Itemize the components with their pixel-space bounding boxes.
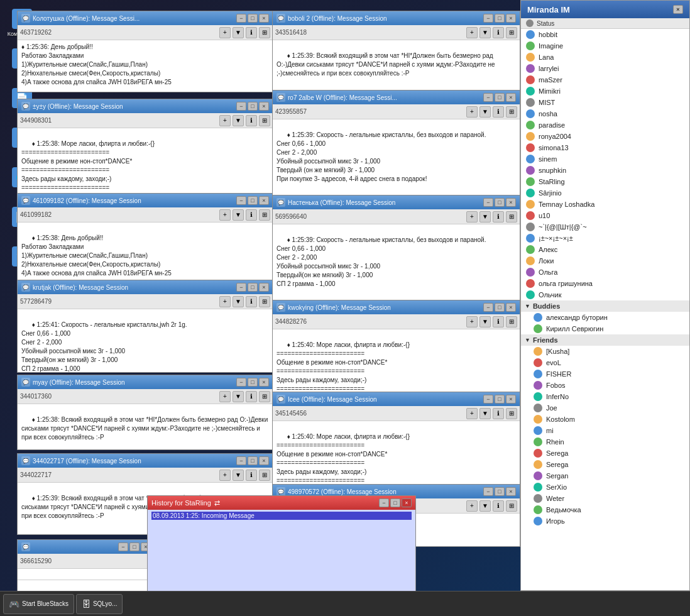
- contact-paradise[interactable]: paradise: [521, 119, 689, 131]
- maximize-kolotushka[interactable]: □: [248, 14, 258, 23]
- titlebar-344022717[interactable]: 💬 344022717 (Offline): Message Session −…: [18, 454, 273, 468]
- arrow-btn-kwokying[interactable]: ▼: [479, 316, 491, 327]
- arrow-btn-kolotushka[interactable]: ▼: [233, 27, 244, 38]
- titlebar-kwokying[interactable]: 💬 kwokying (Offline): Message Session − …: [273, 300, 520, 314]
- close-krutjak[interactable]: ×: [259, 283, 269, 292]
- titlebar-ro7[interactable]: 💬 ro7 2albe W (Offline): Message Sessi..…: [273, 91, 520, 104]
- taskbar-bluestacks[interactable]: 🎮 Start BlueStacks: [3, 594, 74, 614]
- add-btn-498970572[interactable]: +: [466, 500, 478, 512]
- add-btn-kwokying[interactable]: +: [466, 316, 478, 327]
- minimize-461099182[interactable]: −: [236, 196, 246, 205]
- contact-mimikri[interactable]: Mimikri: [521, 85, 689, 97]
- contact-vedmochka[interactable]: Ведьмочка: [521, 504, 689, 515]
- group-buddies[interactable]: ▼ Buddies: [521, 300, 689, 312]
- close-myay[interactable]: ×: [259, 378, 269, 387]
- minimize-344022717[interactable]: −: [236, 456, 246, 465]
- info-btn-myay[interactable]: ℹ: [246, 391, 257, 402]
- taskbar-sqlyog[interactable]: 🗄 SQLyo...: [76, 594, 123, 614]
- arrow-btn-ro7[interactable]: ▼: [479, 106, 491, 118]
- contact-special1[interactable]: ~`|{@|[Шт|{@`~: [521, 221, 689, 233]
- maximize-unknown1[interactable]: □: [129, 542, 140, 551]
- contact-olchik[interactable]: Ольчик: [521, 289, 689, 300]
- contact-weter[interactable]: Weter: [521, 493, 689, 504]
- contact-imagine[interactable]: Imagine: [521, 40, 689, 52]
- close-461099182[interactable]: ×: [259, 196, 269, 205]
- group-friends[interactable]: ▼ Friends: [521, 334, 689, 346]
- arrow-btn-yty[interactable]: ▼: [233, 115, 244, 126]
- titlebar-461099182[interactable]: 💬 461099182 (Offline): Message Session −…: [18, 194, 273, 207]
- contact-serega2[interactable]: Serega: [521, 459, 689, 470]
- contact-ronya2004[interactable]: ronya2004: [521, 131, 689, 142]
- close-yty[interactable]: ×: [259, 102, 269, 111]
- minimize-history[interactable]: −: [379, 498, 389, 507]
- contact-igor[interactable]: Игорь: [521, 515, 689, 527]
- arrow-btn-461099182[interactable]: ▼: [233, 209, 244, 221]
- close-498970572[interactable]: ×: [506, 487, 516, 496]
- contact-fisher[interactable]: FISHER: [521, 368, 689, 380]
- contact-nosha[interactable]: nosha: [521, 108, 689, 119]
- add-btn-ro7[interactable]: +: [466, 106, 478, 118]
- contact-starling[interactable]: StaRling: [521, 176, 689, 187]
- extra-btn-344022717[interactable]: ⊞: [259, 470, 270, 481]
- info-btn-kolotushka[interactable]: ℹ: [246, 27, 257, 38]
- contact-olga[interactable]: Ольга: [521, 267, 689, 278]
- titlebar-boboli2[interactable]: 💬 boboli 2 (Offline): Message Session − …: [273, 11, 520, 25]
- info-btn-kwokying[interactable]: ℹ: [493, 316, 504, 327]
- maximize-history[interactable]: □: [390, 498, 400, 507]
- titlebar-nastenka[interactable]: 💬 Настенька (Offline): Message Session −…: [273, 195, 520, 209]
- minimize-boboli2[interactable]: −: [483, 14, 493, 23]
- extra-btn-myay[interactable]: ⊞: [259, 391, 270, 402]
- contact-kusha[interactable]: [Kusha]: [521, 346, 689, 357]
- contact-serega1[interactable]: Serega: [521, 448, 689, 459]
- contact-loki[interactable]: Локи: [521, 255, 689, 267]
- extra-btn-461099182[interactable]: ⊞: [259, 209, 270, 221]
- close-nastenka[interactable]: ×: [506, 198, 516, 207]
- maximize-nastenka[interactable]: □: [495, 198, 505, 207]
- contact-temnay[interactable]: Temnay Loshadka: [521, 199, 689, 210]
- maximize-krutjak[interactable]: □: [248, 283, 258, 292]
- maximize-498970572[interactable]: □: [495, 487, 505, 496]
- titlebar-krutjak[interactable]: 💬 krutjak (Offline): Message Session − □…: [18, 280, 273, 294]
- info-btn-344022717[interactable]: ℹ: [246, 470, 257, 481]
- extra-btn-icee[interactable]: ⊞: [506, 408, 517, 419]
- close-344022717[interactable]: ×: [259, 456, 269, 465]
- contact-sinem[interactable]: sinem: [521, 153, 689, 165]
- extra-btn-ro7[interactable]: ⊞: [506, 106, 517, 118]
- close-ro7[interactable]: ×: [506, 93, 516, 102]
- close-kwokying[interactable]: ×: [506, 303, 516, 312]
- contact-inferno[interactable]: InferNo: [521, 391, 689, 402]
- contact-al-butorin[interactable]: александр буторин: [521, 312, 689, 323]
- arrow-btn-498970572[interactable]: ▼: [479, 500, 491, 512]
- minimize-krutjak[interactable]: −: [236, 283, 246, 292]
- close-icee[interactable]: ×: [506, 395, 516, 404]
- miranda-close-btn[interactable]: ×: [673, 5, 683, 14]
- add-btn-icee[interactable]: +: [466, 408, 478, 419]
- add-btn-461099182[interactable]: +: [219, 209, 231, 221]
- miranda-header[interactable]: Miranda IM ×: [521, 1, 689, 18]
- titlebar-unknown1[interactable]: 💬 − □ ×: [18, 540, 155, 554]
- maximize-icee[interactable]: □: [495, 395, 505, 404]
- minimize-ro7[interactable]: −: [483, 93, 493, 102]
- contact-larrylei[interactable]: larrylei: [521, 63, 689, 74]
- arrow-btn-boboli2[interactable]: ▼: [479, 27, 491, 38]
- contact-maszer[interactable]: maSzer: [521, 74, 689, 85]
- contact-hobbit[interactable]: hobbit: [521, 29, 689, 40]
- minimize-nastenka[interactable]: −: [483, 198, 493, 207]
- maximize-boboli2[interactable]: □: [495, 14, 505, 23]
- titlebar-icee[interactable]: 💬 Icee (Offline): Message Session − □ ×: [273, 392, 520, 406]
- extra-btn-boboli2[interactable]: ⊞: [506, 27, 517, 38]
- titlebar-myay[interactable]: 💬 myay (Offline): Message Session − □ ×: [18, 375, 273, 389]
- titlebar-kolotushka[interactable]: 💬 Колотушка (Offline): Message Sessi... …: [18, 11, 273, 25]
- extra-btn-498970572[interactable]: ⊞: [506, 500, 517, 512]
- info-btn-icee[interactable]: ℹ: [493, 408, 504, 419]
- titlebar-yty[interactable]: 💬 ±y±y (Offline): Message Session − □ ×: [18, 99, 273, 113]
- contact-fobos[interactable]: Fobos: [521, 380, 689, 391]
- history-titlebar[interactable]: History for StaRling ⇄ − □ ×: [148, 496, 415, 510]
- contact-special2[interactable]: ¡±~×¡±~×¡±: [521, 233, 689, 244]
- minimize-icee[interactable]: −: [483, 395, 493, 404]
- info-btn-boboli2[interactable]: ℹ: [493, 27, 504, 38]
- add-btn-nastenka[interactable]: +: [466, 211, 478, 223]
- minimize-yty[interactable]: −: [236, 102, 246, 111]
- contact-u10[interactable]: u10: [521, 210, 689, 221]
- info-btn-ro7[interactable]: ℹ: [493, 106, 504, 118]
